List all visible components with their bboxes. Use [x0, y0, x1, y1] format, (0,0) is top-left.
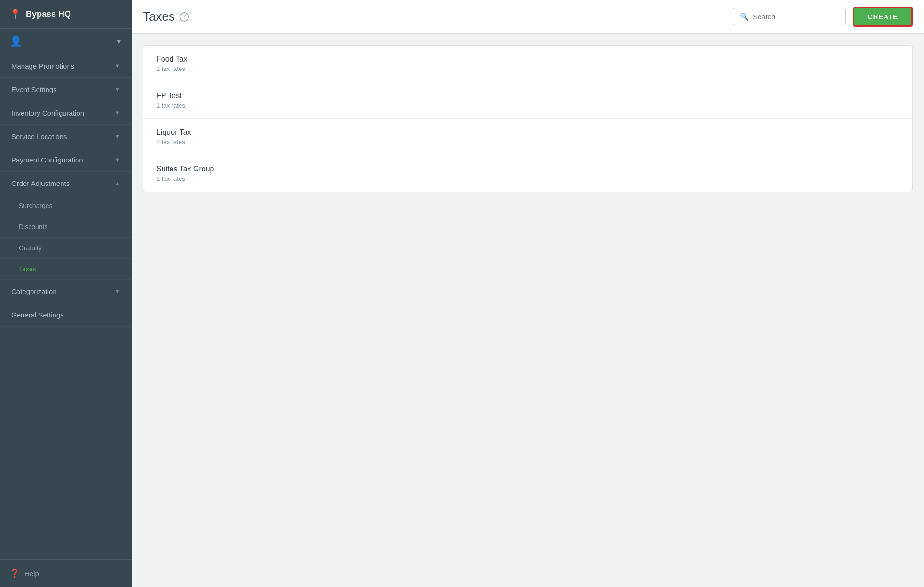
- main-content-area: Taxes ? 🔍 CREATE Food Tax2 tax ratesFP T…: [132, 0, 924, 587]
- chevron-down-icon: ▼: [114, 156, 120, 163]
- sidebar-sub-item-taxes[interactable]: Taxes: [0, 259, 132, 280]
- sidebar-item-label: Order Adjustments: [11, 179, 70, 187]
- sidebar-item-service-locations[interactable]: Service Locations ▼: [0, 125, 132, 148]
- search-icon: 🔍: [740, 12, 749, 21]
- sidebar: 📍 Bypass HQ 👤 ▼ Manage Promotions ▼ Even…: [0, 0, 132, 587]
- tax-item-rates: 2 tax rates: [157, 65, 899, 72]
- content-area: Food Tax2 tax ratesFP Test1 tax ratesLiq…: [132, 34, 924, 587]
- search-box[interactable]: 🔍: [733, 8, 846, 25]
- sidebar-item-label: Service Locations: [11, 132, 67, 140]
- tax-item-name: FP Test: [157, 92, 899, 100]
- page-title: Taxes ?: [143, 9, 189, 24]
- location-pin-icon: 📍: [9, 8, 21, 20]
- chevron-down-icon: ▼: [114, 288, 120, 295]
- search-input[interactable]: [753, 13, 838, 21]
- tax-list-item[interactable]: Suites Tax Group1 tax rates: [143, 155, 912, 192]
- sidebar-item-event-settings[interactable]: Event Settings ▼: [0, 78, 132, 101]
- sidebar-item-categorization[interactable]: Categorization ▼: [0, 280, 132, 303]
- chevron-down-icon: ▼: [114, 62, 120, 70]
- user-chevron-icon: ▼: [116, 38, 122, 45]
- chevron-down-icon: ▼: [114, 86, 120, 93]
- sidebar-item-order-adjustments[interactable]: Order Adjustments ▲: [0, 172, 132, 195]
- sidebar-item-label: Categorization: [11, 287, 57, 295]
- sidebar-sub-item-surcharges[interactable]: Surcharges: [0, 195, 132, 216]
- sidebar-help[interactable]: ❓ Help: [0, 559, 132, 587]
- create-button[interactable]: CREATE: [853, 7, 913, 27]
- help-circle-icon: ❓: [9, 568, 20, 579]
- sidebar-sub-item-label: Taxes: [19, 265, 36, 273]
- tax-item-name: Food Tax: [157, 55, 899, 63]
- sidebar-item-label: General Settings: [11, 311, 64, 319]
- sidebar-header: 📍 Bypass HQ: [0, 0, 132, 29]
- chevron-down-icon: ▼: [114, 109, 120, 116]
- sidebar-item-general-settings[interactable]: General Settings: [0, 303, 132, 327]
- topbar: Taxes ? 🔍 CREATE: [132, 0, 924, 34]
- tax-list-item[interactable]: Liquor Tax2 tax rates: [143, 119, 912, 155]
- sidebar-brand-title: Bypass HQ: [26, 9, 71, 19]
- sidebar-item-payment-configuration[interactable]: Payment Configuration ▼: [0, 148, 132, 172]
- tax-list-item[interactable]: Food Tax2 tax rates: [143, 46, 912, 82]
- sidebar-sub-item-discounts[interactable]: Discounts: [0, 216, 132, 238]
- tax-item-name: Suites Tax Group: [157, 165, 899, 173]
- chevron-down-icon: ▼: [114, 133, 120, 140]
- chevron-up-icon: ▲: [114, 180, 120, 187]
- sidebar-item-inventory-configuration[interactable]: Inventory Configuration ▼: [0, 101, 132, 125]
- tax-list-card: Food Tax2 tax ratesFP Test1 tax ratesLiq…: [143, 45, 913, 192]
- tax-item-rates: 1 tax rates: [157, 175, 899, 182]
- sidebar-sub-item-label: Discounts: [19, 223, 47, 231]
- user-icon: 👤: [9, 35, 22, 47]
- sidebar-sub-item-label: Surcharges: [19, 202, 53, 209]
- sidebar-sub-item-gratuity[interactable]: Gratuity: [0, 238, 132, 259]
- tax-item-rates: 2 tax rates: [157, 139, 899, 146]
- sidebar-item-manage-promotions[interactable]: Manage Promotions ▼: [0, 54, 132, 78]
- tax-item-name: Liquor Tax: [157, 128, 899, 137]
- sidebar-item-label: Inventory Configuration: [11, 109, 84, 117]
- sidebar-item-label: Event Settings: [11, 85, 57, 93]
- help-icon[interactable]: ?: [180, 12, 189, 22]
- tax-list-item[interactable]: FP Test1 tax rates: [143, 82, 912, 119]
- tax-item-rates: 1 tax rates: [157, 102, 899, 109]
- sidebar-help-label: Help: [24, 570, 39, 578]
- sidebar-user-row[interactable]: 👤 ▼: [0, 29, 132, 54]
- sidebar-item-label: Manage Promotions: [11, 62, 74, 70]
- sidebar-sub-item-label: Gratuity: [19, 244, 42, 252]
- sidebar-item-label: Payment Configuration: [11, 156, 83, 164]
